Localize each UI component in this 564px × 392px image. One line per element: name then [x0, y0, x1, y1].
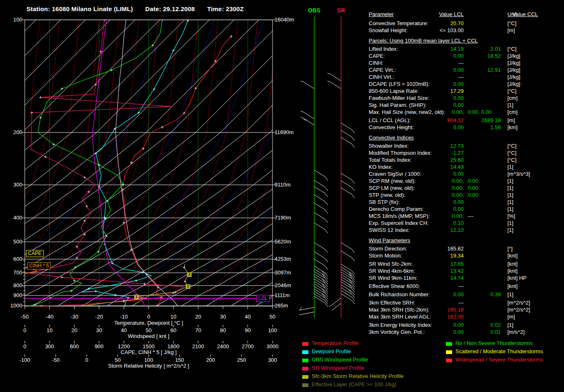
temperature-axis-tick-label: 10	[162, 314, 185, 320]
param-row: MCS 18m/s (MMP, MSP):0.00,---[%]	[369, 213, 564, 220]
param-unit: [1]	[507, 322, 513, 328]
cape-axis-tick-label: 1800	[162, 344, 185, 349]
param-unit: [m]	[507, 27, 515, 34]
param-unit: [1]	[507, 220, 513, 227]
param-row: LCL / CCL (AGL):804.322689.18[m]	[369, 117, 564, 124]
temperature-axis-tick-label: -30	[63, 314, 86, 320]
param-value-lcl: 0.00,	[369, 185, 464, 191]
param-row: CINH:---[J/kg]	[369, 60, 564, 67]
section-title: Wind Parameters	[369, 237, 564, 244]
param-unit: [°C]	[507, 20, 517, 27]
height-axis-label: 1111m	[275, 293, 290, 298]
param-unit: [°C]	[507, 46, 517, 52]
param-value-ccl: 2.01	[369, 46, 501, 52]
pressure-axis-label: 500	[5, 239, 22, 245]
param-row: Convective Height:0.001.56[km]	[369, 124, 564, 131]
srh-axis-tick-label: 300	[261, 357, 284, 363]
param-unit: [m]	[507, 314, 515, 320]
param-value-lcl: ---	[369, 60, 464, 66]
section-title-text: Parcels: Using 100mB mean layer LCL + CC…	[369, 38, 478, 44]
param-row: Bulk Richardson Number:0.000.39[1]	[369, 291, 564, 298]
pressure-axis-label: 900	[5, 293, 22, 298]
temperature-axis-tick-label: -40	[38, 314, 61, 320]
legend-label: Widespread / Severe Thunderstorms	[455, 357, 543, 363]
pressure-axis-label: 600	[5, 256, 22, 262]
param-value-lcl: 162.00	[369, 314, 464, 320]
param-value-ccl: 18.52	[369, 53, 501, 59]
param-value-ccl: 0.00	[468, 192, 478, 198]
param-row: Snowfall Height:<= 103.00[m]	[369, 27, 564, 34]
param-value-lcl: 0.00	[369, 102, 464, 109]
temperature-axis-tick-label: 0	[137, 314, 160, 320]
srh-axis-tick-label: 250	[230, 357, 253, 363]
param-unit: [1]	[507, 178, 513, 184]
legend-label: No / Non Severe Thunderstorms	[455, 340, 533, 346]
param-value-lcl: 20.70	[369, 20, 464, 27]
cape-axis-tick-label: 900	[88, 344, 111, 349]
temperature-axis-tick-label: -10	[112, 314, 135, 320]
param-row: CINH Virt.:---[J/kg]	[369, 74, 564, 81]
cape-axis-tick-label: 1500	[137, 344, 160, 349]
srh-axis-tick-label: -100	[13, 357, 36, 363]
legend-label: OBS Windspeed Profile	[312, 357, 368, 363]
section-title-text: Wind Parameters	[369, 237, 410, 244]
height-axis-label: 5620m	[275, 239, 291, 245]
legend-swatch-icon	[302, 383, 308, 387]
temperature-axis-title: Temperature, Dewpoint [ °C ]	[25, 320, 273, 326]
param-value-lcl: 12.73	[369, 143, 464, 149]
param-unit: [knt] HP	[507, 275, 526, 281]
windspeed-axis-tick-label: 60	[162, 328, 185, 333]
param-value-lcl: 17.29	[369, 88, 464, 94]
param-value-lcl: 165.62	[369, 246, 464, 252]
param-unit: [cm]	[507, 95, 518, 102]
param-unit: [°C]	[507, 157, 517, 163]
lcl-box-label: LCL	[256, 295, 270, 302]
height-axis-label: 7190m	[275, 215, 291, 221]
param-row: DCAPE (LFS = 1020mB):0.00[J/kg]	[369, 81, 564, 88]
legend-label: Scattered / Moderate Thunderstorms	[455, 348, 543, 354]
param-unit: [cm]	[507, 109, 518, 116]
param-unit: [knt]	[507, 261, 518, 267]
param-value-ccl: 12.91	[369, 67, 501, 73]
param-value-lcl: 0.00	[369, 95, 464, 102]
srh-axis-tick-label: 100	[137, 357, 160, 363]
param-unit: [1]	[507, 185, 513, 191]
param-value-ccl: 0.02	[369, 322, 501, 328]
legend-item: Effective Layer (CAPE >= 100 J/kg)	[302, 381, 396, 390]
legend-label: SR Windspeed Profile	[312, 365, 364, 371]
param-row: SB STP (fix):0.00[1]	[369, 199, 564, 206]
temperature-axis-tick-label: -50	[13, 314, 36, 320]
wind-barb-columns	[299, 17, 355, 318]
srh-axis-tick-label: 50	[106, 357, 129, 363]
param-value-lcl: 13.42	[369, 268, 464, 274]
legend-item: OBS Windspeed Profile	[302, 357, 368, 365]
param-row: 3km Effective SRH:---[m^2/s^2]	[369, 300, 564, 307]
param-row: Exp. Supercell Index CH:0.10[1]	[369, 220, 564, 227]
table-header: ParameterValue LCLValue CCLUnit	[369, 11, 564, 18]
section-title-text: Convective Indices	[369, 135, 414, 141]
param-row: SR Wind Sfc-2km:17.85[knt]	[369, 261, 564, 268]
param-row: SWISS 12 Index:12.10[1]	[369, 227, 564, 234]
legend-swatch-icon	[302, 367, 308, 371]
cape-axis-tick-label: 3000	[261, 344, 284, 349]
legend-item: Sfc-3km Storm Relative Helicity Profile	[302, 373, 404, 381]
param-value-lcl: 0.10	[369, 220, 464, 227]
param-unit: [knt]	[507, 268, 518, 274]
legend-item: Widespread / Severe Thunderstorms	[446, 357, 543, 365]
param-unit: [%]	[507, 213, 515, 220]
param-row: CAPE Virt.:0.0012.91[J/kg]	[369, 67, 564, 74]
legend-swatch-icon	[302, 350, 308, 354]
cape-axis-tick-label: 2100	[187, 344, 210, 349]
param-value-ccl: 2689.18	[369, 117, 501, 124]
cape-axis-title: CAPE, CINH * 5 [ J/kg ]	[25, 349, 273, 355]
param-unit: [°]	[507, 246, 512, 252]
param-value-ccl: ---	[468, 213, 473, 220]
height-axis-label: 4253m	[275, 256, 291, 262]
param-value-lcl: 14.43	[369, 164, 464, 170]
legend-item: SR Windspeed Profile	[302, 365, 364, 373]
param-unit: [°C]	[507, 143, 517, 149]
param-unit: [J/kg]	[507, 74, 520, 80]
cape-axis-tick-label: 600	[63, 344, 86, 349]
param-row: Max. Hail Size (new, new2, old):0.00,0.0…	[369, 109, 564, 116]
param-unit: [J/kg]	[507, 67, 520, 73]
